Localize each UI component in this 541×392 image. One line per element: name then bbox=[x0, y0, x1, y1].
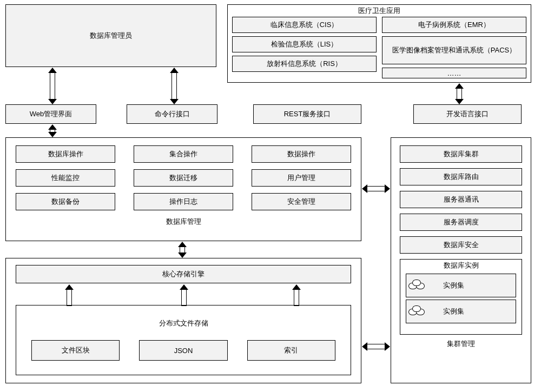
file-block: 文件区块 bbox=[31, 340, 120, 361]
app-lis: 检验信息系统（LIS） bbox=[232, 36, 377, 52]
db-icon bbox=[408, 280, 427, 291]
arrow-dbmgmt-cluster bbox=[362, 185, 390, 192]
medical-apps-title: 医疗卫生应用 bbox=[228, 5, 531, 17]
db-ops: 数据库操作 bbox=[16, 145, 115, 163]
user-mgmt: 用户管理 bbox=[252, 169, 351, 187]
medical-apps-group: 医疗卫生应用 临床信息系统（CIS） 检验信息系统（LIS） 放射科信息系统（R… bbox=[227, 4, 531, 83]
arrow-index-engine bbox=[293, 284, 300, 306]
arrow-web-dbmgmt bbox=[49, 124, 56, 137]
db-instance-title: 数据库实例 bbox=[400, 260, 522, 271]
data-ops: 数据操作 bbox=[252, 145, 351, 163]
core-storage-engine: 核心存储引擎 bbox=[16, 265, 351, 283]
cluster-management-group: 数据库集群 数据库路由 服务器通讯 服务器调度 数据库安全 数据库实例 实例集 … bbox=[391, 137, 531, 383]
db-security: 数据库安全 bbox=[400, 236, 522, 254]
data-backup: 数据备份 bbox=[16, 193, 115, 210]
arrow-dba-cli bbox=[170, 68, 178, 104]
app-more: …… bbox=[382, 68, 526, 78]
server-comm: 服务器通讯 bbox=[400, 191, 522, 208]
json-store: JSON bbox=[139, 340, 227, 361]
arrow-apps-sdk bbox=[456, 83, 463, 104]
db-management-group: 数据库操作 性能监控 数据备份 集合操作 数据迁移 操作日志 数据操作 用户管理… bbox=[5, 137, 361, 241]
app-ris: 放射科信息系统（RIS） bbox=[232, 56, 377, 72]
server-sched: 服务器调度 bbox=[400, 214, 522, 231]
app-pacs: 医学图像档案管理和通讯系统（PACS） bbox=[382, 36, 526, 64]
db-management-title: 数据库管理 bbox=[6, 216, 361, 228]
storage-group: 核心存储引擎 分布式文件存储 文件区块 JSON 索引 bbox=[5, 258, 361, 383]
web-ui-interface: Web管理界面 bbox=[5, 104, 96, 124]
db-instance-group: 数据库实例 实例集 实例集 bbox=[400, 259, 522, 335]
dfs-group: 分布式文件存储 文件区块 JSON 索引 bbox=[16, 305, 351, 375]
perf-monitor: 性能监控 bbox=[16, 169, 115, 187]
db-route: 数据库路由 bbox=[400, 168, 522, 185]
security-mgmt: 安全管理 bbox=[252, 193, 351, 210]
rest-interface: REST服务接口 bbox=[253, 104, 361, 124]
dfs-title: 分布式文件存储 bbox=[16, 317, 351, 329]
arrow-dba-web bbox=[49, 68, 56, 104]
app-emr: 电子病例系统（EMR） bbox=[382, 17, 526, 33]
app-cis: 临床信息系统（CIS） bbox=[232, 17, 377, 33]
arrow-fileblock-engine bbox=[65, 284, 73, 306]
arrow-json-engine bbox=[180, 284, 188, 306]
instance-set-1: 实例集 bbox=[406, 274, 516, 297]
sdk-interface: 开发语言接口 bbox=[413, 104, 522, 124]
collection-ops: 集合操作 bbox=[134, 145, 233, 163]
db-icon bbox=[408, 305, 427, 317]
index: 索引 bbox=[247, 340, 335, 361]
data-migration: 数据迁移 bbox=[134, 169, 233, 187]
dba-box: 数据库管理员 bbox=[5, 4, 216, 67]
db-cluster: 数据库集群 bbox=[400, 145, 522, 163]
cluster-title: 集群管理 bbox=[391, 338, 531, 350]
ops-log: 操作日志 bbox=[134, 193, 233, 210]
dba-label: 数据库管理员 bbox=[90, 31, 132, 41]
cli-interface: 命令行接口 bbox=[127, 104, 217, 124]
arrow-dfs-cluster bbox=[362, 343, 390, 350]
arrow-dbmgmt-engine bbox=[179, 242, 186, 258]
instance-set-2: 实例集 bbox=[406, 300, 516, 323]
